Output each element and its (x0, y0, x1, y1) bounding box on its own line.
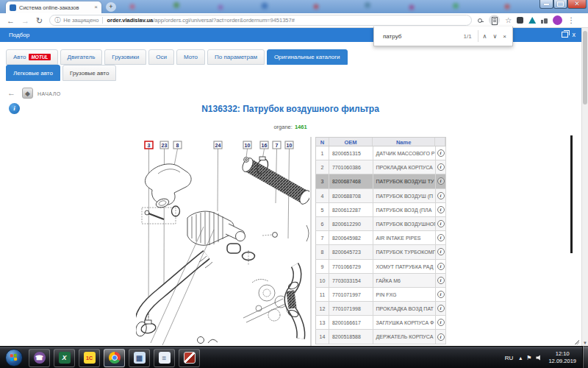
header-name[interactable]: Name (373, 138, 435, 146)
taskbar-viber-icon[interactable]: ☎ (29, 349, 50, 367)
tab-оригинальные-каталоги[interactable]: Оригинальные каталоги (267, 49, 348, 65)
browser-toolbar: ← → ↻ ⓘ Не защищено order.vladislav.ua/a… (0, 13, 588, 28)
find-bar[interactable]: патруб 1/1 ∧ ∨ × (373, 26, 513, 46)
new-tab-button[interactable]: + (106, 2, 116, 12)
cell-oem: 8200645982 (329, 231, 373, 244)
tab-грузовики[interactable]: Грузовики (104, 49, 146, 65)
table-row[interactable]: 97701066729ХОМУТ ПАТРУБКА РАДi (315, 260, 446, 274)
part-info-icon[interactable]: i (437, 263, 445, 270)
part-info-icon[interactable]: i (437, 277, 445, 284)
hidden-icons-caret-icon[interactable]: ▴ (519, 355, 522, 361)
volume-icon[interactable] (536, 355, 542, 361)
back-icon[interactable]: ← (7, 15, 15, 26)
part-info-icon[interactable]: i (437, 234, 445, 241)
browser-tab[interactable]: Система online-заказов × (6, 1, 101, 13)
table-row[interactable]: 27701060386ПРОКЛАДКА КОРПУСАi (315, 160, 446, 174)
taskbar-c1-icon[interactable]: 1С (79, 349, 100, 367)
cell-oem: 7701066729 (329, 260, 373, 273)
show-desktop-button[interactable] (582, 346, 588, 368)
table-scrollbar[interactable] (570, 135, 573, 253)
extension-dark-icon[interactable] (517, 17, 523, 24)
bookmark-star-icon[interactable]: ☆ (505, 17, 512, 24)
table-row[interactable]: 88200645723ПАТРУБОК ТУРБОКОМПi (315, 245, 446, 259)
find-match-count: 1/1 (463, 33, 471, 40)
close-window-icon[interactable]: x (573, 32, 576, 38)
table-row[interactable]: 148200518588ДЕРЖАТЕЛЬ КОРПУСАi (315, 330, 446, 344)
thumbs-extension-icon[interactable] (541, 17, 548, 24)
table-row[interactable]: 117701071997PIN FXGi (315, 288, 446, 302)
cell-oem: 8200612287 (329, 203, 373, 216)
cell-oem: 8200651315 (329, 146, 373, 160)
svg-text:10: 10 (287, 143, 293, 148)
table-row[interactable]: 18200651315ДАТЧИК МАССОВОГО Рi (315, 146, 446, 160)
table-row[interactable]: 107703033154ГАЙКА М6i (315, 274, 446, 288)
address-bar[interactable]: ⓘ Не защищено order.vladislav.ua/app/ord… (49, 15, 472, 26)
taskbar-excel-icon[interactable]: X (54, 349, 75, 367)
vpn-extension-icon[interactable] (528, 17, 536, 24)
key-icon[interactable] (478, 18, 484, 24)
tab-авто[interactable]: АвтоMOTUL (6, 49, 58, 65)
table-row[interactable]: 78200645982AIR INTAKE PIPESi (315, 231, 446, 245)
scrollbar-down-icon[interactable]: ▼ (582, 341, 588, 345)
restore-window-icon[interactable] (562, 32, 568, 38)
taskbar-chrome-icon[interactable] (104, 349, 125, 367)
table-row[interactable]: 38200687468ПАТРУБОК ВОЗДУШ ТУi (315, 174, 446, 188)
find-next-icon[interactable]: ∨ (492, 33, 497, 40)
profile-avatar[interactable] (553, 15, 562, 25)
action-center-flag-icon[interactable]: ⚑ (526, 355, 531, 361)
table-row[interactable]: 138200166617ЗАГЛУШКА КОРПУСА Фi (315, 316, 446, 330)
header-n[interactable]: N (316, 138, 329, 146)
menu-icon[interactable]: ⋮ (567, 17, 575, 24)
part-info-icon[interactable]: i (437, 248, 445, 255)
tab-label: Легковые авто (13, 70, 53, 77)
part-info-icon[interactable]: i (437, 192, 445, 199)
tab-мото[interactable]: Мото (176, 49, 205, 65)
renault-logo-icon[interactable]: ◆ (22, 88, 33, 99)
part-info-icon[interactable]: i (437, 333, 445, 341)
start-button[interactable] (3, 349, 25, 367)
table-row[interactable]: 127701071998ПРОКЛАДКА ВОЗД ПАТi (315, 302, 446, 316)
reader-icon[interactable] (489, 15, 500, 26)
reload-icon[interactable]: ↻ (36, 15, 43, 26)
header-oem[interactable]: OEM (329, 138, 373, 146)
part-info-icon[interactable]: i (437, 220, 445, 227)
breadcrumb-back-icon[interactable]: ← (7, 88, 15, 97)
find-close-icon[interactable]: × (503, 33, 506, 40)
part-info-icon[interactable]: i (437, 163, 445, 171)
part-info-icon[interactable]: i (437, 206, 445, 213)
tab-close-icon[interactable]: × (94, 4, 98, 10)
taskbar-clock[interactable]: 12:10 12.09.2019 (548, 350, 576, 365)
part-info-icon[interactable]: i (437, 177, 445, 185)
taskbar-notepad-icon[interactable]: ≡ (154, 349, 175, 367)
tab-легковые-авто[interactable]: Легковые авто (6, 65, 60, 81)
part-info-icon[interactable]: i (437, 291, 445, 298)
tab-оси[interactable]: Оси (148, 49, 174, 65)
find-input[interactable]: патруб (383, 33, 463, 40)
tab-грузовые-авто[interactable]: Грузовые авто (62, 65, 117, 81)
part-info-icon[interactable]: i (437, 149, 445, 157)
cell-name: ПАТРУБОК ВОЗДУШ ТУ (373, 174, 437, 188)
table-row[interactable]: 68200612290ПАТРУБОК ВОЗДУШНОГi (315, 217, 446, 231)
close-button[interactable]: ✕ (567, 0, 587, 9)
scrollbar-thumb[interactable] (583, 31, 587, 105)
tab-двигатель[interactable]: Двигатель (60, 49, 103, 65)
svg-text:23: 23 (162, 143, 168, 148)
page-scrollbar[interactable]: ▼ (581, 28, 588, 346)
table-row[interactable]: 48200688708ПАТРУБОК ВОЗДУШ (Пi (315, 189, 446, 203)
breadcrumb[interactable]: НАЧАЛО (37, 91, 61, 96)
find-previous-icon[interactable]: ∧ (483, 33, 487, 40)
forward-icon[interactable]: → (21, 15, 29, 26)
minimize-button[interactable] (539, 0, 553, 9)
parts-diagram[interactable]: 3238241016710 (136, 138, 309, 346)
part-info-icon[interactable]: i (437, 319, 445, 326)
site-info-icon[interactable]: ⓘ (54, 16, 60, 24)
table-row[interactable]: 58200612287ПАТРУБОК ВОЗД (ПЛАi (315, 203, 446, 217)
resize-grip[interactable] (574, 339, 579, 344)
maximize-button[interactable] (553, 0, 567, 9)
taskbar-red-app-icon[interactable] (179, 349, 200, 367)
language-indicator[interactable]: RU (505, 355, 514, 361)
part-info-icon[interactable]: i (437, 305, 445, 312)
tab-label: Мото (184, 54, 198, 60)
taskbar-calculator-icon[interactable]: ▦ (129, 349, 150, 367)
tab-по-параметрам[interactable]: По параметрам (207, 49, 265, 65)
